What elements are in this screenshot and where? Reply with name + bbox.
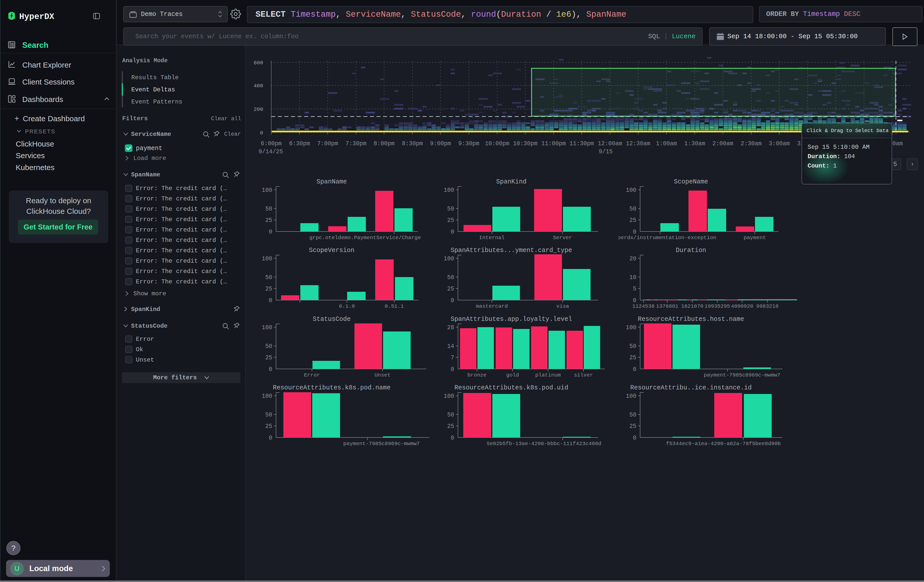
svg-text:11:30pm: 11:30pm <box>569 140 594 147</box>
svg-text:payment-7985c8969c-mwmw7: payment-7985c8969c-mwmw7 <box>704 372 780 378</box>
svg-text:1:30am: 1:30am <box>685 140 705 147</box>
svg-text:9/15: 9/15 <box>599 148 612 155</box>
svg-text:50: 50 <box>447 206 454 212</box>
svg-text:50: 50 <box>629 412 636 418</box>
svg-text:Unset: Unset <box>375 372 390 378</box>
svg-text:100: 100 <box>262 393 272 399</box>
svg-text:gold: gold <box>506 372 519 378</box>
svg-text:2:30am: 2:30am <box>741 140 762 147</box>
svg-text:25: 25 <box>447 423 454 430</box>
svg-text:StatusCode: StatusCode <box>313 315 351 323</box>
svg-text:25: 25 <box>629 423 636 430</box>
svg-text:25: 25 <box>265 286 272 292</box>
svg-text:1:00am: 1:00am <box>656 140 677 147</box>
svg-text:50: 50 <box>265 412 272 418</box>
svg-text:25: 25 <box>265 423 272 430</box>
svg-text:Error: Error <box>304 372 320 378</box>
svg-text:5e02b5fb-13ae-4296-bbbc-111f42: 5e02b5fb-13ae-4296-bbbc-111f423c460d <box>487 441 601 447</box>
svg-text:50: 50 <box>629 343 636 350</box>
svg-text:100: 100 <box>626 325 636 331</box>
svg-text:ScopeVersion: ScopeVersion <box>309 247 355 254</box>
svg-text:1124538: 1124538 <box>632 303 655 309</box>
svg-text:0: 0 <box>450 366 454 373</box>
svg-text:visa: visa <box>556 303 569 309</box>
svg-text:7: 7 <box>450 354 454 361</box>
svg-text:25: 25 <box>447 286 454 292</box>
svg-text:0: 0 <box>269 297 272 304</box>
svg-text:grpc.oteldemo.PaymentService/C: grpc.oteldemo.PaymentService/Charge <box>309 235 421 241</box>
svg-text:28: 28 <box>447 325 454 331</box>
svg-text:19935295: 19935295 <box>705 303 730 309</box>
svg-text:platinum: platinum <box>535 372 561 378</box>
svg-text:600: 600 <box>254 60 263 66</box>
svg-text:0.1.0: 0.1.0 <box>339 303 355 309</box>
svg-text:2:00am: 2:00am <box>713 140 733 147</box>
svg-text:25: 25 <box>629 217 636 224</box>
svg-text:7:00pm: 7:00pm <box>317 140 338 147</box>
svg-text:10: 10 <box>629 274 636 281</box>
svg-text:ResourceAttributes.host.name: ResourceAttributes.host.name <box>638 315 744 323</box>
svg-text:20: 20 <box>629 256 636 262</box>
svg-text:25: 25 <box>447 217 454 224</box>
svg-text:0: 0 <box>269 366 272 373</box>
svg-text:0: 0 <box>633 229 636 235</box>
svg-text:50: 50 <box>629 206 636 212</box>
svg-text:400: 400 <box>254 83 263 89</box>
svg-text:25: 25 <box>265 217 272 224</box>
svg-text:10:00pm: 10:00pm <box>485 140 510 147</box>
svg-text:ResourceAttribu..ice.instance.: ResourceAttribu..ice.instance.id <box>630 384 752 391</box>
svg-text:11:00pm: 11:00pm <box>541 140 566 147</box>
svg-text:50: 50 <box>265 206 272 212</box>
svg-text:9983218: 9983218 <box>756 303 779 309</box>
svg-text:10:30pm: 10:30pm <box>513 140 538 147</box>
svg-text:ScopeName: ScopeName <box>674 178 708 185</box>
svg-text:ResourceAttributes.k8s.pod.nam: ResourceAttributes.k8s.pod.name <box>273 384 390 391</box>
svg-text:SpanAttributes...yment.card_ty: SpanAttributes...yment.card_type <box>450 247 572 254</box>
svg-text:5: 5 <box>633 286 636 292</box>
svg-text:100: 100 <box>626 187 636 194</box>
svg-text:100: 100 <box>444 393 454 399</box>
svg-text:100: 100 <box>262 187 272 194</box>
svg-text:50: 50 <box>447 274 454 281</box>
svg-text:SpanKind: SpanKind <box>496 178 526 185</box>
svg-text:3:00am: 3:00am <box>769 140 790 147</box>
svg-text:4090920: 4090920 <box>731 303 753 309</box>
svg-text:f5344ec9-a1ea-4290-a62a-78f5be: f5344ec9-a1ea-4290-a62a-78f5bee8d90b <box>666 441 781 447</box>
svg-text:6:30pm: 6:30pm <box>289 140 310 147</box>
svg-text:ResourceAttributes.k8s.pod.uid: ResourceAttributes.k8s.pod.uid <box>454 384 568 391</box>
svg-text:9/14/25: 9/14/25 <box>259 148 283 155</box>
svg-text:100: 100 <box>444 256 454 262</box>
svg-text:0: 0 <box>450 229 454 235</box>
svg-text:@hyperdx/instrumentation-excep: @hyperdx/instrumentation-exception <box>608 235 716 241</box>
svg-text:mastercard: mastercard <box>476 303 508 309</box>
svg-text:0.51.1: 0.51.1 <box>384 303 404 309</box>
svg-text:12:30am: 12:30am <box>626 140 650 147</box>
svg-text:50: 50 <box>265 343 272 350</box>
svg-text:payment: payment <box>744 235 766 241</box>
svg-text:100: 100 <box>262 256 272 262</box>
svg-text:Server: Server <box>553 235 572 241</box>
svg-text:1621070: 1621070 <box>681 303 703 309</box>
svg-text:8:30pm: 8:30pm <box>402 140 423 147</box>
svg-text:0: 0 <box>633 435 636 441</box>
svg-text:silver: silver <box>574 372 593 378</box>
svg-text:SpanName: SpanName <box>317 178 347 185</box>
svg-text:0: 0 <box>269 435 272 441</box>
svg-text:100: 100 <box>626 393 636 399</box>
svg-text:6:00pm: 6:00pm <box>261 140 282 147</box>
svg-text:12:00am: 12:00am <box>598 140 622 147</box>
svg-text:Duration: Duration <box>676 247 706 254</box>
svg-text:9:00pm: 9:00pm <box>430 140 451 147</box>
svg-text:payment-7985c8969c-mwmw7: payment-7985c8969c-mwmw7 <box>343 441 420 447</box>
svg-text:0: 0 <box>450 435 454 441</box>
svg-text:9:30pm: 9:30pm <box>459 140 479 147</box>
svg-text:50: 50 <box>265 274 272 281</box>
svg-text:25: 25 <box>265 354 272 361</box>
svg-text:14: 14 <box>447 343 454 350</box>
svg-text:100: 100 <box>262 325 272 331</box>
svg-text:1376801: 1376801 <box>656 303 678 309</box>
svg-text:50: 50 <box>447 412 454 418</box>
svg-text:100: 100 <box>444 187 454 194</box>
svg-text:7:30pm: 7:30pm <box>346 140 366 147</box>
svg-text:8:00pm: 8:00pm <box>374 140 395 147</box>
